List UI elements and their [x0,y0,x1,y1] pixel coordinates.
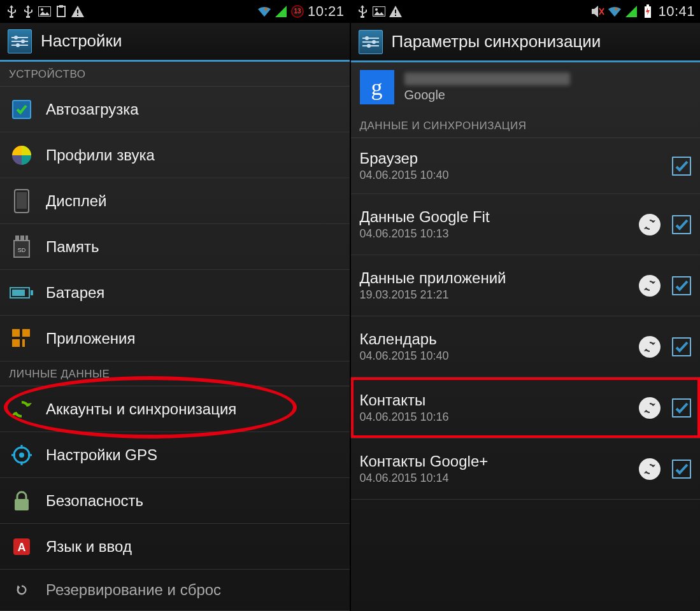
warning-icon [389,5,402,18]
page-title: Настройки [41,31,122,51]
svg-rect-4 [77,10,78,13]
item-label: Настройки GPS [46,446,157,464]
sync-checkbox[interactable] [672,157,691,176]
svg-point-30 [375,8,378,11]
svg-rect-22 [12,339,20,347]
sync-checkbox[interactable] [672,276,691,295]
section-header-sync: ДАННЫЕ И СИНХРОНИЗАЦИЯ [351,113,701,138]
sync-checkbox[interactable] [672,215,691,234]
svg-point-25 [19,453,24,458]
item-autoboot[interactable]: Автозагрузка [0,87,350,132]
svg-text:SD: SD [18,247,26,253]
item-timestamp: 04.06.2015 10:14 [360,472,628,485]
svg-rect-12 [11,45,28,46]
svg-rect-2 [57,6,65,17]
wifi-icon [258,5,271,18]
item-label: Резервирование и сброс [46,581,221,599]
sync-checkbox[interactable] [672,337,691,356]
sync-list: Браузер 04.06.2015 10:40 Данные Google F… [351,138,701,500]
svg-rect-40 [362,45,379,46]
item-label: Дисплей [46,192,106,210]
sync-status-icon [639,336,661,358]
sync-item-calendar[interactable]: Календарь 04.06.2015 10:40 [351,316,701,377]
battery-alert-icon: 13 [291,5,304,18]
display-icon [9,188,34,214]
mute-icon [592,5,604,18]
item-display[interactable]: Дисплей [0,178,350,224]
sync-checkbox[interactable] [672,398,691,418]
signal-icon [625,5,638,18]
svg-rect-5 [77,15,78,16]
usb-icon [5,5,18,18]
wifi-icon [608,5,621,18]
svg-rect-38 [362,41,379,43]
status-clock: 10:21 [308,3,345,20]
svg-rect-8 [11,37,28,38]
svg-rect-3 [59,5,63,8]
sync-item-app-data[interactable]: Данные приложений 19.03.2015 21:21 [351,255,701,316]
item-storage[interactable]: SD Память [0,224,350,270]
section-device-list: Автозагрузка Профили звука Дисплей SD Па… [0,87,350,362]
sync-item-google-fit[interactable]: Данные Google Fit 04.06.2015 10:13 [351,194,701,255]
item-accounts-sync[interactable]: Аккаунты и синхронизация [0,386,350,432]
svg-rect-18 [31,290,33,295]
item-label: Контакты [360,391,628,409]
svg-rect-32 [395,15,396,16]
sync-item-browser[interactable]: Браузер 04.06.2015 10:40 [351,138,701,194]
svg-rect-34 [646,4,649,6]
item-timestamp: 04.06.2015 10:13 [360,227,628,241]
item-gps[interactable]: Настройки GPS [0,432,350,478]
action-bar: Параметры синхронизации [351,23,701,62]
item-backup-reset[interactable]: Резервирование и сброс [0,570,350,611]
item-timestamp: 04.06.2015 10:40 [360,349,628,363]
signal-icon [275,5,287,18]
svg-rect-31 [395,10,396,13]
action-bar: Настройки [0,23,350,62]
item-label: Контакты Google+ [360,453,628,470]
item-label: Безопасность [46,492,143,510]
battery-icon [9,280,34,306]
status-clock: 10:41 [658,3,695,20]
sync-checkbox[interactable] [672,460,691,479]
screen-sync-settings: 10:41 Параметры синхронизации g Google Д… [350,0,701,611]
section-header-personal: ЛИЧНЫЕ ДАННЫЕ [0,362,350,386]
google-avatar-icon: g [360,70,394,104]
status-bar: 13 10:21 [0,0,350,23]
reset-icon [9,577,34,603]
sync-status-icon [639,275,661,297]
svg-rect-36 [362,38,379,39]
svg-rect-19 [12,290,25,296]
svg-rect-23 [22,339,25,347]
image-icon [38,5,51,18]
item-label: Язык и ввод [46,538,132,556]
battery-badge: 13 [294,8,301,15]
item-label: Профили звука [46,146,155,164]
svg-rect-26 [15,499,29,510]
item-timestamp: 19.03.2015 21:21 [360,288,628,302]
item-sound-profiles[interactable]: Профили звука [0,132,350,178]
sync-status-icon [639,214,661,235]
item-security[interactable]: Безопасность [0,478,350,524]
item-language[interactable]: A Язык и ввод [0,524,350,570]
language-icon: A [9,534,34,559]
item-label: Браузер [360,150,661,167]
sync-item-contacts[interactable]: Контакты 04.06.2015 10:16 [351,377,701,439]
warning-icon [71,5,84,18]
usb-icon [356,5,369,18]
settings-icon [8,29,32,53]
svg-rect-10 [11,41,28,42]
item-label: Приложения [46,330,135,348]
svg-rect-21 [22,329,30,337]
sync-item-contacts-gplus[interactable]: Контакты Google+ 04.06.2015 10:14 [351,439,701,500]
usb-icon [22,5,34,18]
autoboot-icon [9,97,34,122]
item-apps[interactable]: Приложения [0,316,350,362]
screen-settings: 13 10:21 Настройки УСТРОЙСТВО Автозагруз… [0,0,350,611]
sync-icon [9,397,34,422]
account-header[interactable]: g Google [351,62,701,113]
item-battery[interactable]: Батарея [0,270,350,316]
account-provider: Google [404,88,570,102]
page-title: Параметры синхронизации [392,32,601,52]
item-label: Автозагрузка [46,101,139,118]
clipboard-icon [55,5,68,18]
